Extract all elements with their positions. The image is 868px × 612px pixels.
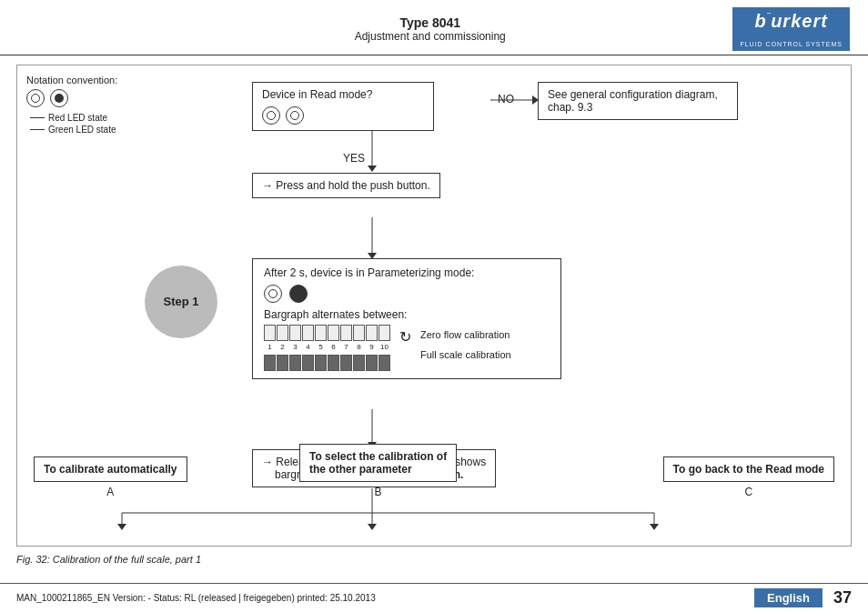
letter-b: B — [299, 486, 457, 498]
see-config-box: See general configuration diagram, chap.… — [538, 82, 738, 120]
notation-label: Notation convention: — [26, 75, 117, 85]
burkert-logo: b¨urkert FLUID CONTROL SYSTEMS — [732, 7, 850, 51]
full-scale-label: Full scale calibration — [420, 345, 511, 365]
param-mode-box: After 2 s, device is in Parameterizing m… — [252, 258, 561, 379]
diagram-container: Notation convention: Red LED state — [16, 65, 852, 547]
red-led-legend: Red LED state — [30, 113, 117, 123]
no-label: NO — [498, 93, 514, 105]
footer-man-text: MAN_1000211865_EN Version: - Status: RL … — [16, 593, 376, 603]
calibration-labels: Zero flow calibration Full scale calibra… — [420, 325, 511, 365]
bargraph-arrows: ↻ — [399, 328, 411, 346]
read-mode-led-2 — [286, 106, 304, 125]
svg-marker-13 — [368, 524, 377, 530]
logo-area: b¨urkert FLUID CONTROL SYSTEMS — [732, 7, 850, 51]
led-icon-1 — [26, 89, 45, 107]
footer-lang: English — [754, 588, 823, 607]
yes-label: YES — [343, 152, 365, 165]
svg-marker-11 — [117, 524, 126, 530]
select-cal-line1: To select the calibration of — [309, 450, 447, 463]
read-mode-led-1 — [262, 106, 280, 125]
read-mode-back-label: To go back to the Read mode — [673, 463, 824, 476]
param-led-outline — [264, 285, 282, 303]
footer-page: 37 — [833, 588, 852, 607]
zero-flow-label: Zero flow calibration — [420, 325, 511, 345]
read-mode-question: Device in Read mode? — [262, 88, 424, 101]
read-mode-back-box: To go back to the Read mode C — [663, 456, 834, 498]
push-button-text: → Press and hold the push button. — [262, 179, 430, 192]
document-type: Type 8041 — [355, 15, 506, 30]
document-subtitle: Adjustment and commissioning — [355, 30, 506, 43]
led-icon-2 — [50, 89, 68, 107]
step-1-circle: Step 1 — [145, 266, 217, 338]
logo-tagline: FLUID CONTROL SYSTEMS — [740, 41, 843, 47]
notation-box: Notation convention: Red LED state — [26, 75, 117, 135]
page-footer: MAN_1000211865_EN Version: - Status: RL … — [0, 583, 868, 612]
select-cal-line2: the other parameter — [309, 463, 447, 476]
bargraph-area: 1 2 3 4 5 6 7 8 9 10 — [264, 325, 390, 371]
calibrate-auto-box: To calibrate automatically A — [34, 456, 187, 498]
param-led-filled — [289, 285, 308, 303]
push-button-box: → Press and hold the push button. — [252, 173, 440, 198]
read-mode-box: Device in Read mode? — [252, 82, 434, 131]
svg-marker-1 — [368, 166, 377, 172]
svg-marker-15 — [650, 524, 659, 530]
green-led-legend: Green LED state — [30, 125, 117, 135]
select-calibration-box: To select the calibration of the other p… — [299, 444, 457, 498]
letter-c: C — [663, 486, 834, 498]
page-header: Type 8041 Adjustment and commissioning b… — [0, 0, 868, 55]
bargraph-alt-label: Bargraph alternates between: — [264, 308, 550, 321]
figure-caption: Fig. 32: Calibration of the full scale, … — [16, 554, 852, 565]
letter-a: A — [34, 486, 187, 498]
header-title: Type 8041 Adjustment and commissioning — [355, 15, 506, 43]
calibrate-auto-label: To calibrate automatically — [44, 463, 177, 476]
see-config-text: See general configuration diagram, chap.… — [548, 88, 718, 114]
logo-brand: b¨urkert — [755, 11, 828, 39]
param-mode-title: After 2 s, device is in Parameterizing m… — [264, 266, 550, 279]
